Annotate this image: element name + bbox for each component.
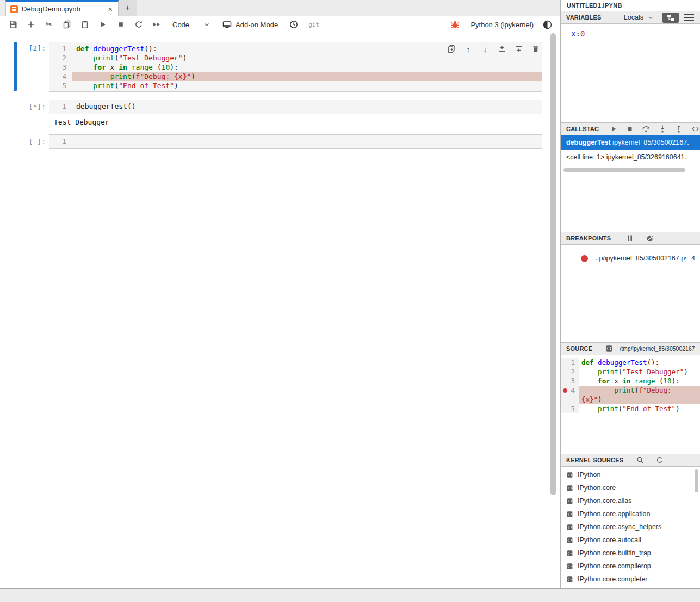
insert-cell-below-icon[interactable] — [513, 44, 525, 54]
code-text: debuggerTest() — [72, 102, 542, 111]
addon-mode-icon[interactable] — [220, 18, 233, 31]
tab-debugdemo[interactable]: DebugDemo.ipynb × — [5, 0, 119, 16]
notebook-scrollbar[interactable] — [550, 33, 556, 495]
continue-button[interactable] — [608, 123, 620, 134]
kernel-source-name: IPython.core.alias — [578, 497, 631, 505]
step-over-button[interactable] — [640, 123, 652, 134]
notebook-toolbar: ✂ Code — [0, 16, 560, 33]
line-number: 1 — [561, 358, 579, 367]
source-line-breakpoint: 4 print(f"Debug: — [561, 386, 700, 395]
kernel-source-name: IPython — [578, 471, 600, 479]
cut-cells-button[interactable]: ✂ — [42, 18, 55, 31]
callstack-frame[interactable]: <cell line: 1> ipykernel_85/3269160641. — [561, 150, 700, 165]
frame-name: debuggerTest — [566, 139, 611, 146]
save-button[interactable] — [7, 18, 20, 31]
code-text: for x in range (10): — [579, 376, 700, 386]
paste-cells-button[interactable] — [78, 18, 91, 31]
restart-run-all-button[interactable] — [150, 18, 163, 31]
chevron-down-icon — [648, 15, 654, 21]
breakpoint-dot — [581, 255, 588, 262]
kernel-source-item[interactable]: IPython.core — [561, 481, 700, 494]
callstack-frame-selected[interactable]: debuggerTest ipykernel_85/305002167. — [561, 135, 700, 150]
variables-scope-select[interactable]: Locals — [624, 14, 654, 21]
line-number: 1 — [49, 44, 72, 53]
restart-kernel-button[interactable] — [132, 18, 145, 31]
code-text: print("Test Debugger") — [579, 367, 700, 376]
code-line: 1 — [49, 136, 542, 146]
kernel-busy-status-icon — [541, 18, 554, 31]
variables-tree-view-button[interactable] — [662, 13, 679, 23]
delete-cell-icon[interactable] — [530, 44, 542, 54]
new-tab-button[interactable]: + — [119, 0, 137, 16]
step-in-button[interactable] — [656, 123, 668, 134]
callstack-label: CALLSTAC — [566, 126, 599, 132]
cell-type-select[interactable]: Code — [172, 21, 210, 29]
step-out-button[interactable] — [673, 123, 685, 134]
tab-close-icon[interactable]: × — [107, 5, 114, 14]
source-header: SOURCE /tmp/ipykernel_85/305002167.py — [561, 342, 700, 355]
code-file-icon — [566, 471, 573, 479]
kernel-source-item[interactable]: IPython.core.compilerop — [561, 560, 700, 573]
breakpoint-dot[interactable] — [563, 388, 567, 393]
kernel-source-item[interactable]: IPython.core.completer — [561, 573, 700, 586]
line-number: 2 — [49, 53, 72, 63]
kernel-source-name: IPython.core — [578, 484, 616, 492]
kernel-sources-scrollbar[interactable] — [695, 469, 698, 492]
code-text: print(f"Debug: — [579, 386, 700, 395]
kernel-source-name: IPython.core.completer — [578, 575, 648, 583]
cell-toolbar: ↑ ↓ — [445, 44, 542, 54]
code-text: def debuggerTest(): — [579, 358, 700, 367]
copy-cells-button[interactable] — [60, 18, 73, 31]
terminate-button[interactable] — [624, 123, 636, 134]
list-view-icon — [684, 14, 694, 21]
line-number: 3 — [561, 376, 579, 386]
kernel-source-item[interactable]: IPython.core.async_helpers — [561, 520, 700, 533]
cell-type-value: Code — [172, 21, 189, 29]
history-clock-icon[interactable] — [287, 18, 300, 31]
pause-on-exception-button[interactable] — [624, 233, 636, 244]
variables-body[interactable]: x:0 — [561, 24, 700, 122]
duplicate-cell-icon[interactable] — [445, 44, 457, 54]
refresh-icon[interactable] — [654, 455, 666, 466]
kernel-source-item[interactable]: IPython — [561, 468, 700, 481]
cell2-editor[interactable]: 1 debuggerTest() — [49, 100, 542, 114]
line-number: 1 — [49, 136, 72, 146]
move-cell-up-icon[interactable]: ↑ — [462, 44, 474, 54]
run-cell-button[interactable] — [96, 18, 109, 31]
code-file-icon — [566, 537, 573, 544]
kernel-source-item[interactable]: IPython.core.autocall — [561, 533, 700, 547]
notebook-scroll-area[interactable]: [2]: 1 def debuggerTest(): 2 print("Test… — [0, 33, 560, 588]
kernel-source-item[interactable]: IPython.core.alias — [561, 494, 700, 507]
kernel-source-item[interactable]: IPython.core.application — [561, 507, 700, 520]
code-line: 5 print("End of Test") — [49, 81, 542, 90]
insert-cell-above-icon[interactable] — [496, 44, 508, 54]
variable-value: 0 — [580, 29, 585, 38]
kernel-name-label[interactable]: Python 3 (ipykernel) — [470, 21, 534, 29]
move-cell-down-icon[interactable]: ↓ — [479, 44, 491, 54]
breakpoint-list-item[interactable]: ...p/ipykernel_85/305002167.py 4 — [561, 255, 700, 262]
line-number: 5 — [49, 81, 72, 90]
variables-header: VARIABLES Locals — [561, 11, 700, 24]
tab-title: DebugDemo.ipynb — [22, 5, 103, 13]
code-file-icon — [566, 563, 573, 570]
git-label[interactable]: git — [308, 21, 319, 28]
kernel-source-name: IPython.core.autocall — [578, 536, 641, 544]
addon-mode-label[interactable]: Add-on Mode — [236, 21, 278, 29]
remove-all-breakpoints-button[interactable] — [643, 233, 655, 244]
add-cell-button[interactable] — [24, 18, 38, 31]
breakpoint-line-number: 4 — [691, 255, 695, 262]
variables-table-view-button[interactable] — [683, 12, 695, 23]
cell3-editor[interactable]: 1 — [49, 134, 542, 149]
source-viewer[interactable]: 1 def debuggerTest(): 2 print("Test Debu… — [561, 355, 700, 454]
callstack-horizontal-scrollbar[interactable] — [563, 168, 685, 172]
kernel-source-item[interactable]: IPython.core.builtin_trap — [561, 547, 700, 560]
bug-debugger-icon[interactable] — [448, 18, 461, 31]
code-line-breakpoint: 4 print(f"Debug: {x}") — [49, 72, 542, 81]
callstack-header: CALLSTAC — [561, 122, 700, 135]
interrupt-kernel-button[interactable] — [114, 18, 127, 31]
variables-label: VARIABLES — [566, 14, 602, 21]
search-icon[interactable] — [634, 455, 646, 466]
chevron-down-icon — [203, 21, 210, 28]
evaluate-code-button[interactable] — [689, 123, 700, 134]
open-source-file-icon[interactable] — [603, 343, 615, 354]
